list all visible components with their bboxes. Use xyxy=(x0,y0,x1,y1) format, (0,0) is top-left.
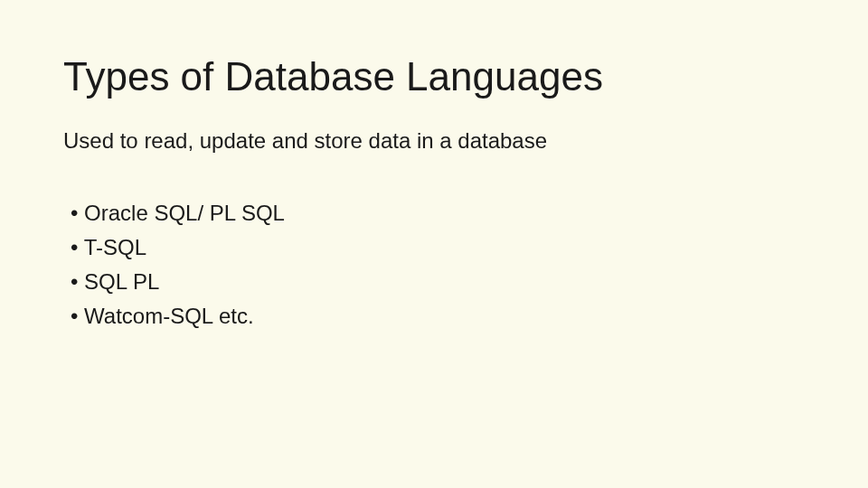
list-item: SQL PL xyxy=(71,266,805,298)
slide-container: Types of Database Languages Used to read… xyxy=(0,0,868,333)
bullet-list: Oracle SQL/ PL SQL T-SQL SQL PL Watcom-S… xyxy=(63,197,805,333)
list-item: T-SQL xyxy=(71,231,805,264)
slide-title: Types of Database Languages xyxy=(63,54,805,99)
slide-subtitle: Used to read, update and store data in a… xyxy=(63,128,805,154)
list-item: Watcom-SQL etc. xyxy=(71,300,805,333)
list-item: Oracle SQL/ PL SQL xyxy=(71,197,805,230)
